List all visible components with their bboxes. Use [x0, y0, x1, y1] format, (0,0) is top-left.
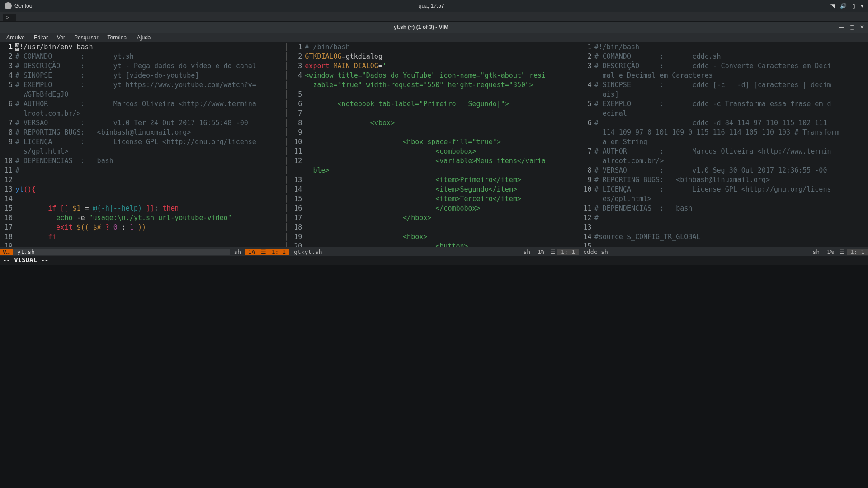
code-line[interactable]: lroot.com.br/>│	[0, 109, 289, 118]
code-line[interactable]: 12#	[579, 213, 868, 223]
code-line[interactable]: 6# AUTHOR : Marcos Oliveira <http://www.…	[0, 99, 289, 109]
code-line[interactable]: zable="true" width-request="550" height-…	[289, 80, 578, 90]
code-line[interactable]: 3# DESCRIÇÃO : yt - Pega dados do vídeo …	[0, 61, 289, 71]
code-line[interactable]: 15	[579, 242, 868, 247]
code-line[interactable]: 8 <vbox>│	[289, 118, 578, 128]
code-line[interactable]: 17 </hbox>│	[289, 213, 578, 223]
code-line[interactable]: 11#│	[0, 166, 289, 175]
pane-1[interactable]: 1#!/usr/bin/env bash│2# COMANDO : yt.sh│…	[0, 42, 289, 247]
split-separator: │	[573, 194, 579, 204]
code-line[interactable]: 1#!/usr/bin/env bash│	[0, 42, 289, 52]
code-line[interactable]: mal e Decimal em Caracteres	[579, 71, 868, 80]
code-line[interactable]: 7# VERSAO : v1.0 Ter 24 Out 2017 16:55:4…	[0, 118, 289, 128]
code-line[interactable]: 10# LICENÇA : License GPL <http://gnu.or…	[579, 185, 868, 194]
code-line[interactable]: 15 <item>Terceiro</item>│	[289, 194, 578, 204]
code-line[interactable]: 2GTKDIALOG=gtkdialog│	[289, 52, 578, 61]
code-line[interactable]: 5# EXEMPLO : yt https://www.youtube.com/…	[0, 80, 289, 90]
code-line[interactable]: 18│	[289, 223, 578, 232]
code-line[interactable]: 6 <notebook tab-label="Primeiro | Segund…	[289, 99, 578, 109]
code-line[interactable]: 4# SINOPSE : cddc [-c | -d] [caracteres …	[579, 80, 868, 90]
menu-ver[interactable]: Ver	[53, 33, 69, 42]
code-line[interactable]: 16 echo -e "usage:\n./yt.sh url-youtube-…	[0, 213, 289, 223]
code-line[interactable]: 9# LICENÇA : License GPL <http://gnu.org…	[0, 137, 289, 147]
menu-pesquisar[interactable]: Pesquisar	[71, 33, 102, 42]
system-menu-icon[interactable]: ▾	[861, 3, 863, 9]
topbar-clock[interactable]: qua, 17:57	[32, 3, 830, 9]
menu-arquivo[interactable]: Arquivo	[3, 33, 28, 42]
line-number: 9	[579, 175, 594, 185]
statusbar-pane-2: gtkyt.sh sh 1% ☰ 1: 1	[289, 247, 579, 256]
battery-icon[interactable]: ▯	[852, 3, 855, 9]
split-separator: │	[573, 156, 579, 166]
code-line[interactable]: 17 exit $(( $# ? 0 : 1 ))│	[0, 223, 289, 232]
code-line[interactable]: 10# DEPENDENCIAS : bash│	[0, 156, 289, 166]
minimize-icon[interactable]: —	[839, 24, 844, 30]
code-line[interactable]: es/gpl.html>	[579, 194, 868, 204]
code-line[interactable]: 19 <hbox>│	[289, 232, 578, 242]
code-line[interactable]: 2# COMANDO : yt.sh│	[0, 52, 289, 61]
code-line[interactable]: ecimal	[579, 109, 868, 118]
code-line[interactable]: 8# VERSAO : v1.0 Seg 30 Out 2017 12:36:5…	[579, 166, 868, 175]
code-line[interactable]: 12 <variable>Meus itens</varia│	[289, 156, 578, 166]
code-line[interactable]: 9# REPORTING BUGS: <binbash@linuxmail.or…	[579, 175, 868, 185]
code-line[interactable]: WGTbBfdEgJ0│	[0, 90, 289, 99]
code-line[interactable]: 8# REPORTING BUGS: <binbash@linuxmail.or…	[0, 128, 289, 137]
code-line[interactable]: a em String	[579, 137, 868, 147]
code-line[interactable]: 1#!/bin/bash	[579, 42, 868, 52]
line-number: 7	[579, 147, 594, 156]
code-text: <item>Primeiro</item>	[305, 175, 573, 185]
code-line[interactable]: 1#!/bin/bash│	[289, 42, 578, 52]
code-line[interactable]: 13	[579, 223, 868, 232]
code-line[interactable]: 5# EXEMPLO : cddc -c Transforma essa fra…	[579, 99, 868, 109]
code-line[interactable]: 11# DEPENDENCIAS : bash	[579, 204, 868, 213]
wifi-icon[interactable]: ◥	[830, 3, 835, 9]
code-line[interactable]: 14 <item>Segundo</item>│	[289, 185, 578, 194]
code-line[interactable]: 7│	[289, 109, 578, 118]
code-line[interactable]: 16 </combobox>│	[289, 204, 578, 213]
code-line[interactable]: 20 <button>│	[289, 242, 578, 247]
code-text: <hbox>	[305, 232, 573, 242]
code-line[interactable]: s/gpl.html>│	[0, 147, 289, 156]
code-line[interactable]: 14│	[0, 194, 289, 204]
code-line[interactable]: 13 <item>Primeiro</item>│	[289, 175, 578, 185]
code-line[interactable]: 5│	[289, 90, 578, 99]
terminal-tab[interactable]: >_	[3, 14, 16, 21]
code-line[interactable]: 15 if [[ $1 = @(-h|--help) ]]; then│	[0, 204, 289, 213]
code-line[interactable]: ais]	[579, 90, 868, 99]
code-line[interactable]: 11 <combobox>│	[289, 147, 578, 156]
line-number: 9	[289, 128, 305, 137]
maximize-icon[interactable]: ▢	[849, 24, 854, 30]
code-line[interactable]: 14#source $_CONFIG_TR_GLOBAL	[579, 232, 868, 242]
code-line[interactable]: 13yt(){│	[0, 185, 289, 194]
menu-editar[interactable]: Editar	[30, 33, 52, 42]
status-linecol: 1: 1	[847, 249, 868, 255]
code-line[interactable]: 3# DESCRIÇÃO : cddc - Converte Caractere…	[579, 61, 868, 71]
code-line[interactable]: 9│	[289, 128, 578, 137]
pane-2[interactable]: 1#!/bin/bash│2GTKDIALOG=gtkdialog│3expor…	[289, 42, 578, 247]
code-line[interactable]: 2# COMANDO : cddc.sh	[579, 52, 868, 61]
code-line[interactable]: 10 <hbox space-fill="true">│	[289, 137, 578, 147]
code-line[interactable]: 4<window title="Dados do YouTube" icon-n…	[289, 71, 578, 80]
code-line[interactable]: alroot.com.br/>	[579, 156, 868, 166]
code-line[interactable]: 4# SINOPSE : yt [video-do-youtube]│	[0, 71, 289, 80]
line-number: 4	[0, 71, 15, 80]
code-line[interactable]: ble>│	[289, 166, 578, 175]
pane-3[interactable]: 1#!/bin/bash2# COMANDO : cddc.sh3# DESCR…	[579, 42, 868, 247]
code-line[interactable]: 12│	[0, 175, 289, 185]
code-line[interactable]: 114 109 97 0 101 109 0 115 116 114 105 1…	[579, 128, 868, 137]
code-line[interactable]: 6# cddc -d 84 114 97 110 115 102 111	[579, 118, 868, 128]
code-line[interactable]: 18 fi│	[0, 232, 289, 242]
menu-ajuda[interactable]: Ajuda	[133, 33, 155, 42]
code-text: # COMANDO : yt.sh	[15, 52, 283, 61]
close-icon[interactable]: ✕	[860, 24, 864, 30]
code-text: </hbox>	[305, 213, 573, 223]
split-separator: │	[283, 109, 289, 118]
volume-icon[interactable]: 🔊	[840, 3, 847, 9]
code-line[interactable]: 7# AUTHOR : Marcos Oliveira <http://www.…	[579, 147, 868, 156]
code-line[interactable]: 3export MAIN_DIALOG='│	[289, 61, 578, 71]
split-separator: │	[283, 175, 289, 185]
menu-terminal[interactable]: Terminal	[104, 33, 131, 42]
code-line[interactable]: 19│	[0, 242, 289, 247]
code-text: #source $_CONFIG_TR_GLOBAL	[594, 232, 868, 242]
line-number: 9	[0, 137, 15, 147]
